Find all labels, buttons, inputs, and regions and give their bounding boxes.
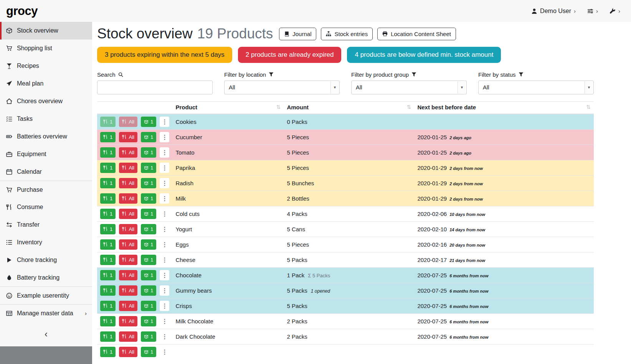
consume-all-button[interactable]: All — [119, 331, 137, 342]
status-select[interactable]: All▼ — [478, 81, 594, 94]
consume-one-button[interactable]: 1 — [100, 301, 116, 311]
consume-all-button[interactable]: All — [119, 224, 137, 234]
sidebar-item-shopping-list[interactable]: Shopping list — [0, 40, 92, 57]
consume-one-button[interactable]: 1 — [100, 178, 116, 188]
location-content-sheet-button[interactable]: Location Content Sheet — [377, 28, 456, 40]
open-one-button[interactable]: 1 — [141, 270, 156, 280]
consume-one-button[interactable]: 1 — [100, 132, 116, 142]
sort-icon[interactable]: ⇅ — [586, 104, 591, 110]
row-menu-button[interactable]: ⋮ — [160, 285, 169, 296]
consume-all-button[interactable]: All — [119, 255, 137, 265]
row-menu-button[interactable]: ⋮ — [160, 331, 169, 342]
consume-all-button[interactable]: All — [119, 163, 137, 173]
row-menu-button[interactable]: ⋮ — [160, 224, 169, 234]
consume-all-button[interactable]: All — [119, 209, 137, 219]
sidebar-item-consume[interactable]: Consume — [0, 198, 92, 216]
consume-one-button[interactable]: 1 — [100, 239, 116, 250]
row-menu-button[interactable]: ⋮ — [160, 209, 169, 219]
row-menu-button[interactable]: ⋮ — [160, 301, 169, 311]
open-one-button[interactable]: 1 — [141, 331, 156, 342]
consume-one-button[interactable]: 1 — [100, 316, 116, 326]
sidebar-item-example-userentity[interactable]: Example userentity — [0, 287, 92, 304]
consume-one-button[interactable]: 1 — [100, 193, 116, 204]
consume-one-button[interactable]: 1 — [100, 347, 116, 357]
row-menu-button[interactable]: ⋮ — [160, 132, 169, 142]
row-menu-button[interactable]: ⋮ — [160, 117, 169, 127]
sidebar-item-stock-overview[interactable]: Stock overview — [0, 22, 92, 40]
stock-entries-button[interactable]: Stock entries — [321, 28, 373, 40]
consume-one-button[interactable]: 1 — [100, 224, 116, 234]
open-one-button[interactable]: 1 — [141, 178, 156, 188]
admin-menu[interactable]: › — [610, 8, 620, 14]
consume-one-button[interactable]: 1 — [100, 147, 116, 158]
search-input[interactable] — [97, 81, 213, 94]
row-menu-button[interactable]: ⋮ — [160, 178, 169, 188]
sidebar-item-calendar[interactable]: Calendar — [0, 163, 92, 181]
sidebar-item-batteries-overview[interactable]: Batteries overview — [0, 128, 92, 145]
open-one-button[interactable]: 1 — [141, 224, 156, 234]
sidebar-item-purchase[interactable]: Purchase — [0, 181, 92, 198]
banner-expiring[interactable]: 3 products expiring within the next 5 da… — [97, 47, 232, 63]
open-one-button[interactable]: 1 — [141, 347, 156, 357]
row-menu-button[interactable]: ⋮ — [160, 163, 169, 173]
row-menu-button[interactable]: ⋮ — [160, 316, 169, 326]
consume-one-button[interactable]: 1 — [100, 209, 116, 219]
consume-all-button[interactable]: All — [119, 270, 137, 280]
open-one-button[interactable]: 1 — [141, 163, 156, 173]
sidebar-item-inventory[interactable]: Inventory — [0, 234, 92, 251]
row-menu-button[interactable]: ⋮ — [160, 147, 169, 158]
consume-one-button[interactable]: 1 — [100, 255, 116, 265]
consume-all-button[interactable]: All — [119, 147, 137, 158]
sort-icon[interactable]: ⇅ — [407, 104, 411, 110]
open-one-button[interactable]: 1 — [141, 117, 156, 127]
open-one-button[interactable]: 1 — [141, 132, 156, 142]
open-one-button[interactable]: 1 — [141, 239, 156, 250]
consume-all-button[interactable]: All — [119, 285, 137, 296]
sidebar-item-recipes[interactable]: Recipes — [0, 57, 92, 75]
consume-all-button[interactable]: All — [119, 239, 137, 250]
open-one-button[interactable]: 1 — [141, 316, 156, 326]
banner-expired[interactable]: 2 products are already expired — [238, 47, 342, 63]
consume-all-button[interactable]: All — [119, 301, 137, 311]
row-menu-button[interactable]: ⋮ — [160, 347, 169, 357]
sidebar-item-manage-master-data[interactable]: Manage master data › — [0, 304, 92, 322]
row-menu-button[interactable]: ⋮ — [160, 193, 169, 204]
consume-all-button[interactable]: All — [119, 178, 137, 188]
row-menu-button[interactable]: ⋮ — [160, 239, 169, 250]
journal-button[interactable]: Journal — [279, 28, 316, 40]
sort-icon[interactable]: ⇅ — [276, 104, 281, 110]
open-one-button[interactable]: 1 — [141, 301, 156, 311]
column-header-date[interactable]: Next best before date⇅ — [414, 101, 594, 114]
row-menu-button[interactable]: ⋮ — [160, 270, 169, 280]
consume-one-button[interactable]: 1 — [100, 331, 116, 342]
sidebar-item-battery-tracking[interactable]: Battery tracking — [0, 269, 92, 287]
sidebar-collapse-button[interactable]: ‹ — [0, 322, 92, 346]
column-header-amount[interactable]: Amount⇅ — [284, 101, 414, 114]
sidebar-item-equipment[interactable]: Equipment — [0, 145, 92, 163]
row-menu-button[interactable]: ⋮ — [160, 255, 169, 265]
consume-one-button[interactable]: 1 — [100, 270, 116, 280]
open-one-button[interactable]: 1 — [141, 193, 156, 204]
location-select[interactable]: All▼ — [224, 81, 340, 94]
column-header-product[interactable]: Product⇅ — [172, 101, 284, 114]
sidebar-item-chores-overview[interactable]: Chores overview — [0, 92, 92, 110]
open-one-button[interactable]: 1 — [141, 285, 156, 296]
consume-all-button[interactable]: All — [119, 316, 137, 326]
open-one-button[interactable]: 1 — [141, 209, 156, 219]
user-menu[interactable]: Demo User › — [531, 8, 576, 15]
open-one-button[interactable]: 1 — [141, 147, 156, 158]
consume-all-button[interactable]: All — [119, 347, 137, 357]
consume-one-button[interactable]: 1 — [100, 285, 116, 296]
sidebar-item-meal-plan[interactable]: Meal plan — [0, 75, 92, 92]
consume-all-button[interactable]: All — [119, 193, 137, 204]
settings-menu[interactable]: › — [587, 8, 598, 14]
consume-one-button[interactable]: 1 — [100, 117, 116, 127]
consume-one-button[interactable]: 1 — [100, 163, 116, 173]
sidebar-item-chore-tracking[interactable]: Chore tracking — [0, 251, 92, 269]
sidebar-item-tasks[interactable]: Tasks — [0, 110, 92, 128]
app-logo[interactable]: grocy — [6, 4, 38, 18]
banner-below-min[interactable]: 4 products are below defined min. stock … — [347, 47, 501, 63]
product-group-select[interactable]: All▼ — [351, 81, 467, 94]
consume-all-button[interactable]: All — [119, 132, 137, 142]
sidebar-item-transfer[interactable]: Transfer — [0, 216, 92, 234]
